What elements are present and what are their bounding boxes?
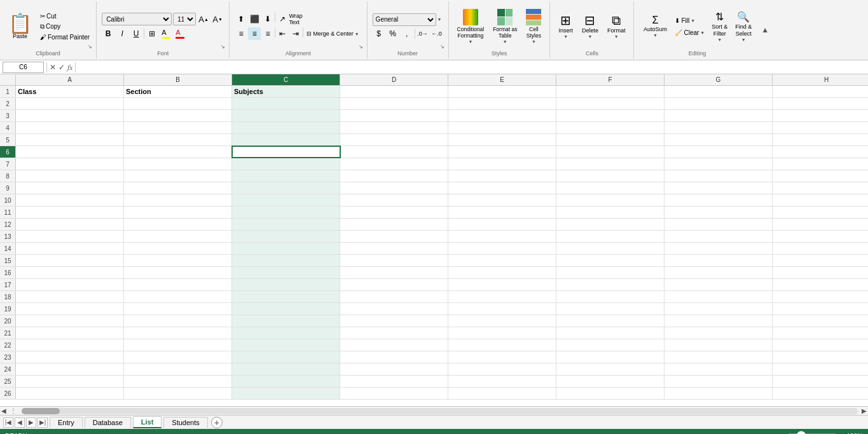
cell[interactable] (665, 363, 773, 375)
cell[interactable] (16, 339, 124, 351)
cell[interactable] (124, 363, 232, 375)
scroll-left-icon[interactable]: ◀ (0, 407, 8, 414)
cell[interactable] (665, 327, 773, 339)
cell[interactable] (124, 291, 232, 302)
cell[interactable] (556, 158, 665, 170)
sheet-tab-list[interactable]: List (133, 416, 162, 428)
percent-button[interactable]: % (387, 27, 399, 40)
cell[interactable] (665, 207, 773, 218)
number-format-select[interactable]: General (373, 13, 436, 26)
cell[interactable] (448, 388, 556, 399)
cell[interactable] (556, 315, 665, 327)
cell-A4[interactable] (16, 122, 124, 133)
cell[interactable] (773, 291, 868, 302)
cell[interactable] (340, 291, 448, 302)
cell[interactable] (232, 243, 340, 254)
confirm-formula-icon[interactable]: ✓ (59, 63, 65, 72)
cell[interactable] (16, 158, 124, 170)
tab-nav-last[interactable]: ▶| (38, 417, 48, 428)
col-header-D[interactable]: D (340, 74, 448, 85)
cell[interactable] (448, 158, 556, 170)
cell[interactable] (665, 351, 773, 363)
cell-H5[interactable] (773, 134, 868, 146)
add-sheet-button[interactable]: + (211, 417, 223, 428)
cell-H2[interactable] (773, 98, 868, 109)
autosum-button[interactable]: Σ AutoSum ▼ (639, 13, 671, 39)
cell[interactable] (16, 170, 124, 182)
cell[interactable] (124, 255, 232, 266)
cell-E6[interactable] (448, 146, 556, 158)
cell[interactable] (232, 351, 340, 363)
cell[interactable] (16, 255, 124, 266)
align-left-button[interactable]: ≡ (235, 27, 247, 40)
cell[interactable] (340, 303, 448, 315)
cell[interactable] (773, 207, 868, 218)
cell[interactable] (232, 207, 340, 218)
cell[interactable] (16, 388, 124, 399)
tab-nav-next[interactable]: ▶ (26, 417, 36, 428)
cell[interactable] (340, 170, 448, 182)
cell-G4[interactable] (665, 122, 773, 133)
cell[interactable] (232, 327, 340, 339)
clear-button[interactable]: 🧹 Clear ▼ (672, 28, 707, 37)
cell[interactable] (448, 182, 556, 194)
cell[interactable] (556, 219, 665, 230)
cell[interactable] (16, 279, 124, 290)
cut-button[interactable]: ✂ Cut (38, 11, 92, 21)
cell[interactable] (665, 315, 773, 327)
cell[interactable] (232, 267, 340, 278)
cell-A5[interactable] (16, 134, 124, 146)
delete-button[interactable]: ⊟ Delete ▼ (579, 12, 602, 41)
cell[interactable] (556, 231, 665, 242)
cell[interactable] (124, 170, 232, 182)
cell[interactable] (773, 194, 868, 206)
cell-D2[interactable] (340, 98, 448, 109)
cell-E2[interactable] (448, 98, 556, 109)
sheet-tab-database[interactable]: Database (85, 417, 131, 428)
cell-F2[interactable] (556, 98, 665, 109)
cell[interactable] (773, 243, 868, 254)
cell[interactable] (448, 219, 556, 230)
cell[interactable] (232, 194, 340, 206)
cell[interactable] (340, 388, 448, 399)
col-header-A[interactable]: A (16, 74, 124, 85)
cell-G2[interactable] (665, 98, 773, 109)
cell[interactable] (232, 376, 340, 387)
cell-B3[interactable] (124, 110, 232, 121)
tab-nav-first[interactable]: |◀ (3, 417, 13, 428)
col-header-B[interactable]: B (124, 74, 232, 85)
increase-font-size-button[interactable]: A▲ (197, 13, 210, 25)
cell[interactable] (232, 182, 340, 194)
cell-G1[interactable] (665, 86, 773, 97)
cell[interactable] (16, 303, 124, 315)
font-color-button[interactable]: A (174, 27, 186, 40)
comma-button[interactable]: , (401, 27, 413, 40)
cell[interactable] (556, 255, 665, 266)
dollar-button[interactable]: $ (373, 27, 385, 40)
cell[interactable] (340, 158, 448, 170)
cell[interactable] (232, 231, 340, 242)
cell[interactable] (16, 194, 124, 206)
cell[interactable] (16, 363, 124, 375)
number-expand-icon[interactable]: ↘ (440, 44, 448, 50)
cell[interactable] (232, 291, 340, 302)
align-bottom-button[interactable]: ⬇ (261, 13, 274, 25)
cell[interactable] (232, 158, 340, 170)
cell[interactable] (556, 243, 665, 254)
cell-G3[interactable] (665, 110, 773, 121)
cell[interactable] (340, 315, 448, 327)
cell[interactable] (665, 303, 773, 315)
cell[interactable] (556, 327, 665, 339)
cell[interactable] (16, 351, 124, 363)
cell-H4[interactable] (773, 122, 868, 133)
cell[interactable] (124, 219, 232, 230)
cell[interactable] (232, 315, 340, 327)
cell[interactable] (232, 279, 340, 290)
bold-button[interactable]: B (102, 27, 114, 40)
cell[interactable] (124, 327, 232, 339)
alignment-expand-icon[interactable]: ↘ (359, 44, 366, 50)
cell[interactable] (556, 388, 665, 399)
cell[interactable] (16, 182, 124, 194)
cell-H1[interactable] (773, 86, 868, 97)
cell[interactable] (665, 267, 773, 278)
